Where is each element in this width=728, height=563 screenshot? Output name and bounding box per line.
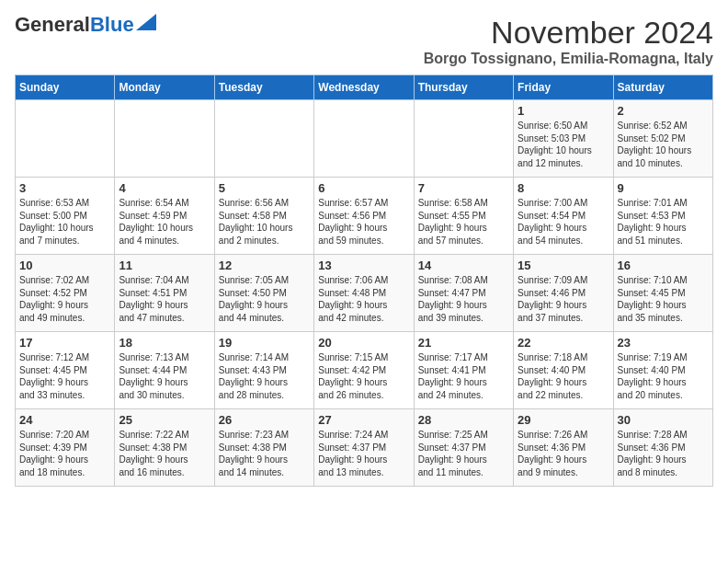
day-info: Sunrise: 7:06 AM Sunset: 4:48 PM Dayligh… xyxy=(318,274,409,324)
calendar-cell xyxy=(214,100,313,178)
calendar-week-row: 17Sunrise: 7:12 AM Sunset: 4:45 PM Dayli… xyxy=(16,332,713,409)
day-number: 27 xyxy=(318,413,409,427)
calendar-cell xyxy=(414,100,513,178)
calendar-cell: 13Sunrise: 7:06 AM Sunset: 4:48 PM Dayli… xyxy=(314,255,414,332)
weekday-header-tuesday: Tuesday xyxy=(214,75,313,100)
day-number: 2 xyxy=(618,104,709,118)
weekday-header-wednesday: Wednesday xyxy=(314,75,414,100)
day-number: 22 xyxy=(518,336,609,350)
day-number: 6 xyxy=(318,181,409,195)
calendar-cell: 24Sunrise: 7:20 AM Sunset: 4:39 PM Dayli… xyxy=(16,409,115,487)
day-number: 16 xyxy=(618,259,709,272)
calendar-cell: 26Sunrise: 7:23 AM Sunset: 4:38 PM Dayli… xyxy=(214,409,313,487)
day-info: Sunrise: 7:23 AM Sunset: 4:38 PM Dayligh… xyxy=(219,429,310,478)
title-area: November 2024 Borgo Tossignano, Emilia-R… xyxy=(424,15,713,67)
calendar-cell: 23Sunrise: 7:19 AM Sunset: 4:40 PM Dayli… xyxy=(613,332,712,409)
day-info: Sunrise: 7:26 AM Sunset: 4:36 PM Dayligh… xyxy=(518,429,609,478)
calendar-cell: 14Sunrise: 7:08 AM Sunset: 4:47 PM Dayli… xyxy=(414,255,513,332)
calendar-cell: 8Sunrise: 7:00 AM Sunset: 4:54 PM Daylig… xyxy=(514,178,613,255)
weekday-header-saturday: Saturday xyxy=(613,75,712,100)
calendar-cell: 15Sunrise: 7:09 AM Sunset: 4:46 PM Dayli… xyxy=(514,255,613,332)
calendar-cell: 16Sunrise: 7:10 AM Sunset: 4:45 PM Dayli… xyxy=(613,255,712,332)
weekday-header-monday: Monday xyxy=(115,75,214,100)
calendar-cell: 30Sunrise: 7:28 AM Sunset: 4:36 PM Dayli… xyxy=(613,409,712,487)
day-number: 23 xyxy=(618,336,709,350)
calendar-cell xyxy=(16,100,115,178)
day-info: Sunrise: 7:25 AM Sunset: 4:37 PM Dayligh… xyxy=(418,429,509,478)
day-info: Sunrise: 7:20 AM Sunset: 4:39 PM Dayligh… xyxy=(19,429,110,478)
day-info: Sunrise: 6:56 AM Sunset: 4:58 PM Dayligh… xyxy=(219,197,310,247)
day-number: 7 xyxy=(418,181,509,195)
day-info: Sunrise: 7:04 AM Sunset: 4:51 PM Dayligh… xyxy=(119,274,210,324)
calendar-cell: 6Sunrise: 6:57 AM Sunset: 4:56 PM Daylig… xyxy=(314,178,414,255)
day-number: 18 xyxy=(119,336,210,350)
calendar-week-row: 1Sunrise: 6:50 AM Sunset: 5:03 PM Daylig… xyxy=(16,100,713,178)
weekday-header-friday: Friday xyxy=(514,75,613,100)
calendar-cell: 12Sunrise: 7:05 AM Sunset: 4:50 PM Dayli… xyxy=(214,255,313,332)
day-info: Sunrise: 6:58 AM Sunset: 4:55 PM Dayligh… xyxy=(418,197,509,247)
day-info: Sunrise: 7:02 AM Sunset: 4:52 PM Dayligh… xyxy=(19,274,110,324)
logo: GeneralBlue xyxy=(15,15,156,35)
day-info: Sunrise: 6:54 AM Sunset: 4:59 PM Dayligh… xyxy=(119,197,210,247)
calendar-cell xyxy=(314,100,414,178)
logo-blue: Blue xyxy=(90,13,134,36)
day-info: Sunrise: 6:52 AM Sunset: 5:02 PM Dayligh… xyxy=(618,120,709,169)
day-info: Sunrise: 7:13 AM Sunset: 4:44 PM Dayligh… xyxy=(119,351,210,401)
calendar-cell: 5Sunrise: 6:56 AM Sunset: 4:58 PM Daylig… xyxy=(214,178,313,255)
calendar-week-row: 3Sunrise: 6:53 AM Sunset: 5:00 PM Daylig… xyxy=(16,178,713,255)
day-number: 15 xyxy=(518,259,609,272)
day-info: Sunrise: 7:10 AM Sunset: 4:45 PM Dayligh… xyxy=(618,274,709,324)
calendar-cell: 25Sunrise: 7:22 AM Sunset: 4:38 PM Dayli… xyxy=(115,409,214,487)
day-info: Sunrise: 7:19 AM Sunset: 4:40 PM Dayligh… xyxy=(618,351,709,401)
day-number: 4 xyxy=(119,181,210,195)
day-info: Sunrise: 7:14 AM Sunset: 4:43 PM Dayligh… xyxy=(219,351,310,401)
weekday-header-sunday: Sunday xyxy=(16,75,115,100)
day-info: Sunrise: 7:05 AM Sunset: 4:50 PM Dayligh… xyxy=(219,274,310,324)
logo-general: General xyxy=(15,13,90,36)
calendar-table: SundayMondayTuesdayWednesdayThursdayFrid… xyxy=(15,75,713,487)
day-info: Sunrise: 7:15 AM Sunset: 4:42 PM Dayligh… xyxy=(318,351,409,401)
month-title: November 2024 xyxy=(424,15,713,51)
day-info: Sunrise: 6:50 AM Sunset: 5:03 PM Dayligh… xyxy=(518,120,609,169)
day-number: 9 xyxy=(618,181,709,195)
calendar-cell: 2Sunrise: 6:52 AM Sunset: 5:02 PM Daylig… xyxy=(613,100,712,178)
header: GeneralBlue November 2024 Borgo Tossigna… xyxy=(15,15,713,67)
calendar-cell: 11Sunrise: 7:04 AM Sunset: 4:51 PM Dayli… xyxy=(115,255,214,332)
day-number: 21 xyxy=(418,336,509,350)
calendar-cell: 10Sunrise: 7:02 AM Sunset: 4:52 PM Dayli… xyxy=(16,255,115,332)
day-number: 29 xyxy=(518,413,609,427)
day-number: 12 xyxy=(219,259,310,272)
day-number: 8 xyxy=(518,181,609,195)
day-info: Sunrise: 7:17 AM Sunset: 4:41 PM Dayligh… xyxy=(418,351,509,401)
day-info: Sunrise: 7:08 AM Sunset: 4:47 PM Dayligh… xyxy=(418,274,509,324)
day-info: Sunrise: 7:01 AM Sunset: 4:53 PM Dayligh… xyxy=(618,197,709,247)
calendar-cell: 20Sunrise: 7:15 AM Sunset: 4:42 PM Dayli… xyxy=(314,332,414,409)
logo-icon xyxy=(136,14,156,30)
calendar-cell: 4Sunrise: 6:54 AM Sunset: 4:59 PM Daylig… xyxy=(115,178,214,255)
day-info: Sunrise: 7:28 AM Sunset: 4:36 PM Dayligh… xyxy=(618,429,709,478)
day-number: 17 xyxy=(19,336,110,350)
calendar-cell: 18Sunrise: 7:13 AM Sunset: 4:44 PM Dayli… xyxy=(115,332,214,409)
day-number: 25 xyxy=(119,413,210,427)
day-info: Sunrise: 7:09 AM Sunset: 4:46 PM Dayligh… xyxy=(518,274,609,324)
day-info: Sunrise: 7:00 AM Sunset: 4:54 PM Dayligh… xyxy=(518,197,609,247)
day-number: 26 xyxy=(219,413,310,427)
calendar-week-row: 24Sunrise: 7:20 AM Sunset: 4:39 PM Dayli… xyxy=(16,409,713,487)
day-number: 28 xyxy=(418,413,509,427)
day-number: 1 xyxy=(518,104,609,118)
calendar-cell xyxy=(115,100,214,178)
day-number: 19 xyxy=(219,336,310,350)
day-info: Sunrise: 7:18 AM Sunset: 4:40 PM Dayligh… xyxy=(518,351,609,401)
day-info: Sunrise: 6:57 AM Sunset: 4:56 PM Dayligh… xyxy=(318,197,409,247)
day-number: 24 xyxy=(19,413,110,427)
calendar-cell: 1Sunrise: 6:50 AM Sunset: 5:03 PM Daylig… xyxy=(514,100,613,178)
day-number: 14 xyxy=(418,259,509,272)
weekday-header-thursday: Thursday xyxy=(414,75,513,100)
day-info: Sunrise: 7:22 AM Sunset: 4:38 PM Dayligh… xyxy=(119,429,210,478)
calendar-cell: 22Sunrise: 7:18 AM Sunset: 4:40 PM Dayli… xyxy=(514,332,613,409)
day-number: 3 xyxy=(19,181,110,195)
day-number: 10 xyxy=(19,259,110,272)
day-number: 20 xyxy=(318,336,409,350)
calendar-cell: 27Sunrise: 7:24 AM Sunset: 4:37 PM Dayli… xyxy=(314,409,414,487)
calendar-cell: 19Sunrise: 7:14 AM Sunset: 4:43 PM Dayli… xyxy=(214,332,313,409)
